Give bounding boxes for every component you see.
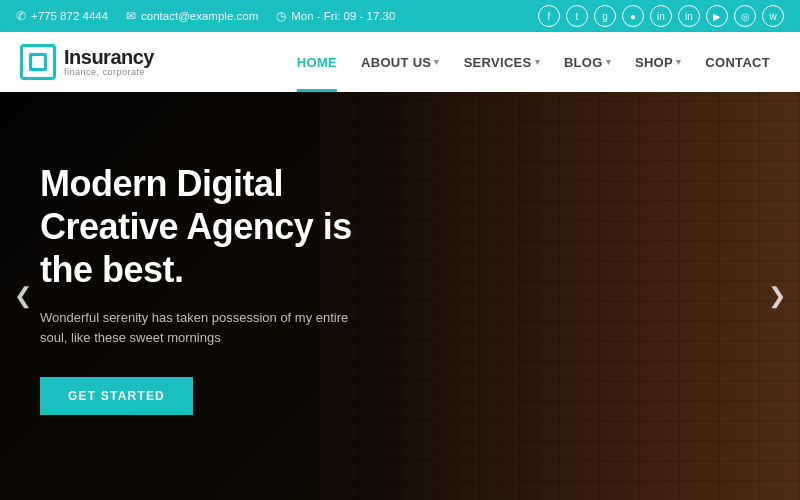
navbar: Insurancy finance, corporate HOME ABOUT … [0,32,800,92]
phone-text: +775 872 4444 [31,10,108,22]
social-instagram[interactable]: ◎ [734,5,756,27]
phone-info: ✆ +775 872 4444 [16,9,108,23]
logo[interactable]: Insurancy finance, corporate [20,44,154,80]
chevron-left-icon: ❮ [14,283,32,309]
logo-text: Insurancy finance, corporate [64,46,154,78]
hero-cta-button[interactable]: GET STARTED [40,377,193,415]
phone-icon: ✆ [16,9,26,23]
nav-contact[interactable]: CONTACT [695,32,780,92]
hero-prev-button[interactable]: ❮ [8,281,38,311]
email-info: ✉ contact@example.com [126,9,258,23]
social-twitter[interactable]: t [566,5,588,27]
nav-blog-link[interactable]: BLOG ▾ [564,55,611,70]
nav-links: HOME ABOUT US ▾ SERVICES ▾ BLOG ▾ SHOP ▾… [287,32,780,92]
nav-shop-arrow: ▾ [676,57,681,67]
top-bar: ✆ +775 872 4444 ✉ contact@example.com ◷ … [0,0,800,32]
hours-text: Mon - Fri: 09 - 17.30 [291,10,395,22]
nav-home-link[interactable]: HOME [297,55,337,70]
nav-about[interactable]: ABOUT US ▾ [351,32,450,92]
social-google[interactable]: g [594,5,616,27]
social-linkedin2[interactable]: in [678,5,700,27]
logo-tagline: finance, corporate [64,68,154,78]
nav-contact-link[interactable]: CONTACT [705,55,770,70]
hours-info: ◷ Mon - Fri: 09 - 17.30 [276,9,395,23]
hero-subtitle: Wonderful serenity has taken possession … [40,308,360,350]
social-facebook[interactable]: f [538,5,560,27]
chevron-right-icon: ❯ [768,283,786,309]
nav-blog-arrow: ▾ [606,57,611,67]
nav-about-link[interactable]: ABOUT US ▾ [361,55,440,70]
clock-icon: ◷ [276,9,286,23]
logo-icon [20,44,56,80]
social-icons-group: f t g ● in in ▶ ◎ w [538,5,784,27]
hero-title: Modern Digital Creative Agency is the be… [40,162,400,292]
hero-content: Modern Digital Creative Agency is the be… [0,92,440,415]
nav-about-arrow: ▾ [434,57,439,67]
hero-section: ❮ ❯ Modern Digital Creative Agency is th… [0,92,800,500]
logo-icon-inner [29,53,47,71]
hero-next-button[interactable]: ❯ [762,281,792,311]
social-whatsapp[interactable]: w [762,5,784,27]
nav-services-arrow: ▾ [535,57,540,67]
social-circle1[interactable]: ● [622,5,644,27]
nav-home[interactable]: HOME [287,32,347,92]
nav-shop[interactable]: SHOP ▾ [625,32,691,92]
email-text: contact@example.com [141,10,258,22]
logo-name: Insurancy [64,46,154,68]
nav-shop-link[interactable]: SHOP ▾ [635,55,681,70]
nav-services-link[interactable]: SERVICES ▾ [464,55,540,70]
nav-services[interactable]: SERVICES ▾ [454,32,550,92]
social-youtube[interactable]: ▶ [706,5,728,27]
top-bar-left: ✆ +775 872 4444 ✉ contact@example.com ◷ … [16,9,395,23]
social-linkedin[interactable]: in [650,5,672,27]
email-icon: ✉ [126,9,136,23]
nav-blog[interactable]: BLOG ▾ [554,32,621,92]
